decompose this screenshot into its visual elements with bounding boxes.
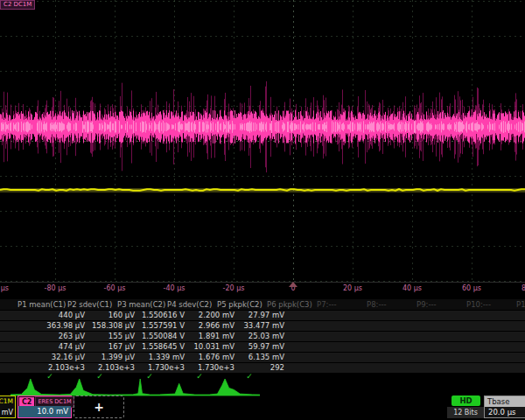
timebase-value: 20.0 µs [485, 407, 525, 418]
trigger-position-marker[interactable] [289, 282, 298, 287]
measurement-row: 32.16 µV1.399 µV1.339 mV1.676 mV6.135 mV [0, 352, 525, 362]
measurement-header-2[interactable]: P2 sdev(C1) [67, 299, 112, 310]
timebase-descriptor[interactable]: Tbase 20.0 µs [484, 396, 525, 418]
hd-mode-badge[interactable]: HD [452, 396, 480, 406]
measurement-value: 440 µV [35, 311, 85, 320]
waveform-canvas[interactable] [0, 0, 525, 282]
measurement-header-4[interactable]: P4 sdev(C2) [167, 299, 212, 310]
channel-c2-descriptor[interactable]: C2 ERES DC1M 10.0 mV [18, 396, 72, 418]
measurement-header-7[interactable]: P7:--- [317, 299, 337, 310]
measurement-value: 1.676 mV [185, 353, 234, 362]
measurement-value: 25.03 mV [234, 332, 284, 341]
measurement-value-rows: 440 µV160 µV1.550616 V2.200 mV27.97 mV36… [0, 310, 525, 373]
time-axis-label: 20 µs [343, 284, 362, 292]
measurement-header-10[interactable]: P10:--- [466, 299, 491, 310]
time-axis-label: 80 µs [522, 284, 525, 292]
add-trace-button[interactable]: + [74, 396, 124, 418]
c1-scale-value: 0 mV [0, 409, 13, 416]
measurement-header-row: P1 mean(C1)P2 sdev(C1)P3 mean(C2)P4 sdev… [0, 299, 525, 310]
measurement-value: 263 µV [35, 332, 85, 341]
measurement-value: 160 µV [85, 311, 135, 320]
measurement-header-3[interactable]: P3 mean(C2) [117, 299, 165, 310]
trace-descriptor-badge: C2 DC1M [0, 0, 35, 10]
measurement-histicons[interactable] [10, 377, 260, 396]
measurement-value: 1.399 µV [85, 353, 135, 362]
time-axis-label: -20 µs [223, 284, 245, 292]
measurement-value: 1.339 mV [135, 353, 185, 362]
measurement-value: 1.550084 V [135, 332, 185, 341]
measurement-value: 10.031 mV [185, 342, 234, 352]
plus-icon: + [94, 400, 104, 414]
histicon-p1[interactable] [10, 377, 60, 396]
measurement-value: 1.558645 V [135, 342, 185, 352]
measurement-value: 2.200 mV [185, 311, 234, 320]
measurement-header-11[interactable]: P11:--- [516, 299, 525, 310]
measurement-value: 155 µV [85, 332, 135, 341]
time-axis-label: 60 µs [462, 284, 481, 292]
measurement-value: 33.477 mV [234, 321, 284, 331]
measurement-value: 158.308 µV [85, 321, 135, 331]
measurement-value: 1.891 mV [185, 332, 234, 341]
time-axis-label: -80 µs [45, 284, 66, 292]
c1-coupling-tag: DC1M [0, 397, 13, 405]
timebase-title: Tbase [485, 396, 525, 407]
histicon-p5[interactable] [210, 377, 260, 396]
measurement-header-9[interactable]: P9:--- [416, 299, 437, 310]
time-axis-label: -100 µs [0, 284, 9, 292]
measurement-header-5[interactable]: P5 pkpk(C2) [217, 299, 262, 310]
channel-c1-descriptor[interactable]: DC1M 0 mV [0, 396, 16, 418]
measurement-value: 59.97 mV [234, 342, 284, 352]
histicon-p4[interactable] [160, 377, 210, 396]
measurement-header-8[interactable]: P8:--- [367, 299, 387, 310]
time-axis: -100 µs-80 µs-60 µs-40 µs-20 µs020 µs40 … [0, 283, 525, 297]
time-axis-label: -60 µs [104, 284, 126, 292]
measurement-row: 263 µV155 µV1.550084 V1.891 mV25.03 mV [0, 331, 525, 341]
waveform-grid[interactable]: C2 DC1M [0, 0, 525, 283]
measurement-value: 32.16 µV [35, 353, 85, 362]
hd-bits-label: 12 Bits [447, 407, 484, 418]
time-axis-label: 40 µs [402, 284, 422, 292]
histicon-p3[interactable] [110, 377, 160, 396]
c2-scale-value: 10.0 mV [18, 406, 71, 417]
histicon-p2[interactable] [60, 377, 110, 396]
measurement-value: 27.97 mV [234, 311, 284, 320]
time-axis-label: -40 µs [164, 284, 186, 292]
measurement-table: P1 mean(C1)P2 sdev(C1)P3 mean(C2)P4 sdev… [0, 299, 525, 382]
measurement-row: 363.98 µV158.308 µV1.557591 V2.966 mV33.… [0, 320, 525, 331]
measurement-value: 363.98 µV [35, 321, 85, 331]
measurement-value: 474 µV [35, 342, 85, 352]
measurement-value: 167 µV [85, 342, 135, 352]
measurement-value: 2.966 mV [185, 321, 234, 331]
measurement-header-1[interactable]: P1 mean(C1) [18, 299, 66, 310]
measurement-header-6[interactable]: P6 pkpk(C3) [267, 299, 312, 310]
measurement-value: 1.550616 V [135, 311, 185, 320]
c2-label: C2 [19, 397, 34, 407]
measurement-row: 474 µV167 µV1.558645 V10.031 mV59.97 mV [0, 341, 525, 352]
measurement-value: 1.557591 V [135, 321, 185, 331]
measurement-value: 6.135 mV [234, 353, 284, 362]
measurement-row: 440 µV160 µV1.550616 V2.200 mV27.97 mV [0, 310, 525, 320]
